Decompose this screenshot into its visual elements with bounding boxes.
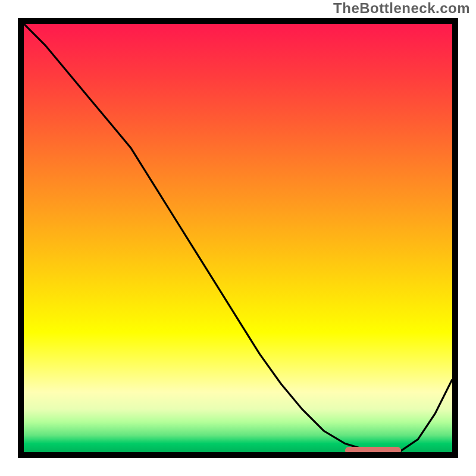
plot-frame (18, 18, 458, 458)
bottleneck-curve (24, 24, 452, 452)
attribution-label: TheBottleneck.com (333, 0, 470, 17)
plot-area (24, 24, 452, 452)
curve-path (24, 24, 452, 451)
optimal-range-marker (345, 447, 401, 452)
chart-container: TheBottleneck.com (0, 0, 476, 476)
